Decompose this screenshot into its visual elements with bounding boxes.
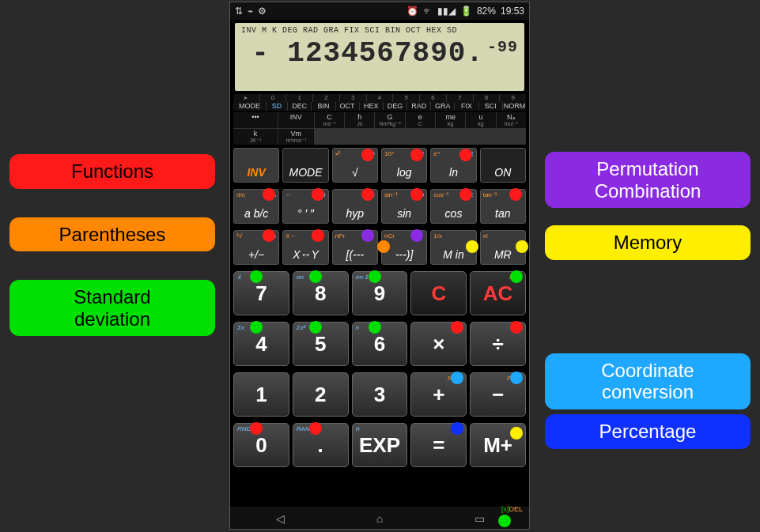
key-exp[interactable]: πEXP: [352, 423, 408, 467]
const-0[interactable]: •••: [233, 112, 278, 128]
legend-parentheses: Parentheses: [9, 217, 215, 252]
dot-red-srow2-4: [459, 188, 472, 201]
dot-yellow-brow4-4: [510, 427, 523, 440]
key-8[interactable]: σn8: [293, 271, 349, 315]
const-10[interactable]: Vmm³mol⁻¹: [278, 129, 314, 145]
const-5[interactable]: eC: [406, 112, 435, 128]
key-mr[interactable]: x!MR: [480, 230, 526, 265]
dot-green-brow1-4: [510, 270, 523, 283]
key-min[interactable]: 1/xM in: [430, 230, 476, 265]
legend-coord: Coordinate conversion: [545, 353, 751, 409]
key-0[interactable]: RND0: [233, 423, 289, 467]
key-[interactable]: ³√NEG+/−: [233, 230, 279, 265]
key-ln[interactable]: eˣXORln: [430, 148, 476, 183]
dot-sky-brow3-4: [510, 372, 523, 384]
const-9[interactable]: kJK⁻¹: [233, 129, 278, 145]
dot-sky-brow3-3: [451, 372, 463, 384]
num-row-1: x̄7σn8σn-19CSACAC: [233, 271, 526, 315]
mode-hex[interactable]: HEX: [360, 102, 383, 111]
key-m+[interactable]: M−M+: [470, 423, 526, 467]
key-mode[interactable]: MODE: [282, 148, 328, 183]
key-7[interactable]: x̄7: [233, 271, 289, 315]
xdel-label[interactable]: [x]DEL: [501, 505, 523, 513]
home-icon[interactable]: ⌂: [372, 512, 387, 523]
key-on[interactable]: ON: [480, 148, 526, 183]
key-xy[interactable]: X←X↔Y: [282, 230, 328, 265]
battery-pct: 82%: [477, 6, 496, 17]
const-2[interactable]: Cms⁻¹: [315, 112, 344, 128]
mode-mode[interactable]: MODE: [233, 102, 266, 111]
back-icon[interactable]: ◁: [273, 512, 287, 523]
key-log[interactable]: 10ˣORlog: [381, 148, 427, 183]
recent-icon[interactable]: ▭: [472, 512, 486, 523]
func-row-1: INVMODEx²AND√10ˣORlogeˣXORlnON: [233, 148, 526, 183]
key-5[interactable]: Σx²5: [293, 322, 349, 366]
dot-purple-srow3-2: [361, 229, 374, 242]
dot-green-brow1-0: [250, 270, 263, 283]
mode-gra[interactable]: GRA: [431, 102, 454, 111]
key-[interactable]: x²AND√: [332, 148, 378, 183]
key-hyp[interactable]: Chyp: [332, 189, 378, 224]
mode-hdr-8: 6: [420, 94, 446, 102]
legend-percentage: Percentage: [545, 414, 751, 449]
const-8[interactable]: Nₐmol⁻¹: [497, 112, 526, 128]
dot-red-srow2-0: [263, 188, 275, 201]
const-7[interactable]: ukg: [466, 112, 495, 128]
key-÷[interactable]: x¹/ʸ÷: [470, 322, 526, 366]
func-row-2: d/cAa b/c←B° ′ ″Chypsin⁻¹Dsincos⁻¹Ecosta…: [233, 189, 526, 224]
legend-functions: Functions: [9, 154, 215, 189]
status-bar: ⇅ ⌁ ⚙ ⏰ ᯤ ▮▮◢ 🔋 82% 19:53: [230, 2, 529, 20]
mode-label-row[interactable]: MODESDDECBINOCTHEXDEGRADGRAFIXSCINORM: [233, 102, 526, 111]
key-9[interactable]: σn-19: [352, 271, 408, 315]
key-=[interactable]: %=: [410, 423, 467, 467]
mode-dec[interactable]: DEC: [288, 102, 311, 111]
signal-icon: ▮▮◢: [437, 6, 456, 17]
key-×[interactable]: xʸ×: [410, 322, 467, 366]
legend-right: Permutation Combination Memory Coordinat…: [545, 152, 751, 449]
key-ac[interactable]: SACAC: [470, 271, 526, 315]
const-row[interactable]: •••INVCms⁻¹hJsGNm²kg⁻²eCmekgukgNₐmol⁻¹kJ…: [233, 112, 526, 145]
key-dot[interactable]: RAN#.: [293, 423, 349, 467]
android-navbar[interactable]: ◁ ⌂ ▭: [230, 507, 529, 529]
key-c[interactable]: C: [410, 271, 467, 315]
mode-deg[interactable]: DEG: [384, 102, 406, 111]
const-1[interactable]: INV: [278, 112, 314, 128]
key-tan[interactable]: tan⁻¹Ftan: [480, 189, 526, 224]
key-abc[interactable]: d/cAa b/c: [233, 189, 279, 224]
mode-sci[interactable]: SCI: [479, 102, 502, 111]
dot-red-srow2-2: [361, 188, 374, 201]
key-cos[interactable]: cos⁻¹Ecos: [430, 189, 476, 224]
mode-hdr-0: ▸: [233, 94, 259, 102]
key-6[interactable]: n6: [352, 322, 408, 366]
mode-fix[interactable]: FIX: [455, 102, 478, 111]
dot-green-brow1-2: [369, 270, 381, 283]
const-3[interactable]: hJs: [345, 112, 374, 128]
key-+[interactable]: R→P+: [410, 372, 467, 417]
key-sin[interactable]: sin⁻¹Dsin: [381, 189, 427, 224]
mode-bin[interactable]: BIN: [312, 102, 335, 111]
dot-red-srow3-0: [263, 229, 275, 242]
dot-red-srow2-5: [509, 188, 522, 201]
mode-oct[interactable]: OCT: [336, 102, 359, 111]
key-[interactable]: ←B° ′ ″: [282, 189, 328, 224]
key-−[interactable]: P→R−: [470, 372, 526, 417]
const-6[interactable]: mekg: [436, 112, 465, 128]
key-4[interactable]: Σx4: [233, 322, 289, 366]
mode-sd[interactable]: SD: [267, 102, 287, 111]
dot-red-srow1-2: [361, 149, 374, 161]
key-[interactable]: nPr[(---: [332, 230, 378, 265]
key-1[interactable]: 1: [233, 372, 289, 417]
key-3[interactable]: 3: [352, 372, 408, 417]
dot-red-srow2-3: [410, 188, 423, 201]
mode-norm[interactable]: NORM: [503, 102, 526, 111]
mode-hdr-7: 5: [393, 94, 419, 102]
key-inv[interactable]: INV: [233, 148, 279, 183]
key-2[interactable]: 2: [293, 372, 349, 417]
const-4[interactable]: GNm²kg⁻²: [375, 112, 404, 128]
lcd-display: INV M K DEG RAD GRA FIX SCI BIN OCT HEX …: [235, 23, 524, 91]
dot-xdel: [498, 515, 511, 527]
dot-green-brow1-1: [309, 270, 322, 283]
num-row-3: 123R→P+P→R−: [233, 372, 526, 417]
mode-rad[interactable]: RAD: [407, 102, 430, 111]
dot-red-brow2-4: [510, 321, 523, 334]
